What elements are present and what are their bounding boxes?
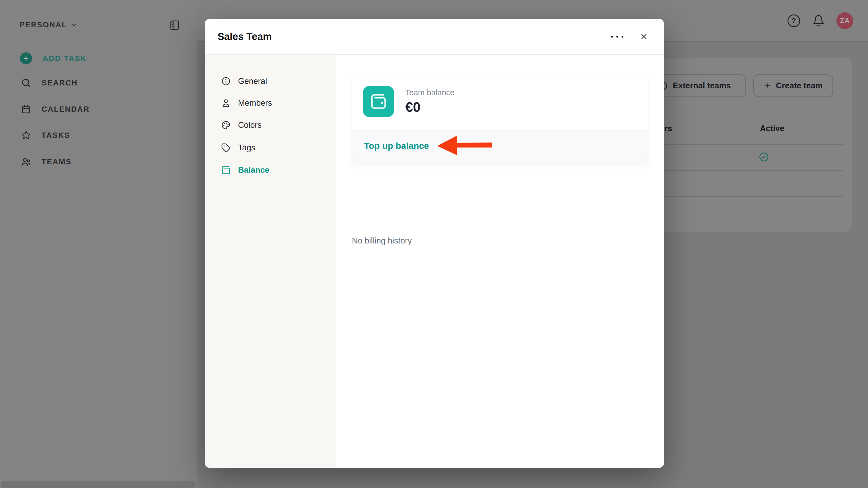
help-button[interactable]: ? — [787, 14, 801, 28]
external-teams-label: External teams — [673, 81, 731, 91]
wallet-icon — [221, 165, 231, 175]
users-icon — [21, 157, 31, 167]
annotation-arrow — [434, 133, 495, 159]
workspace-switcher[interactable]: PERSONAL — [20, 21, 78, 29]
panel-left-icon — [169, 20, 180, 31]
balance-card-footer: Top up balance — [352, 129, 648, 162]
members-column-header-clipped: rs — [664, 124, 672, 133]
tab-label: Colors — [238, 121, 262, 130]
tab-label: Members — [238, 98, 272, 108]
create-team-label: Create team — [776, 81, 823, 91]
team-active-check-icon — [758, 152, 769, 162]
more-options-button[interactable] — [610, 31, 624, 42]
tab-label: Balance — [238, 165, 269, 175]
balance-panel: Team balance €0 Top up balance No billin… — [336, 55, 664, 468]
close-modal-button[interactable] — [638, 31, 650, 42]
app-screen: ? ZA PERSONAL — [0, 0, 868, 488]
team-balance-card: Team balance €0 Top up balance — [352, 74, 648, 162]
palette-icon — [221, 121, 231, 130]
help-icon: ? — [787, 14, 800, 27]
top-up-balance-link[interactable]: Top up balance — [364, 141, 429, 151]
modal-settings-nav: General Members Colors — [205, 55, 336, 468]
sidebar-item-label: SEARCH — [41, 78, 78, 87]
wallet-tile — [363, 86, 394, 117]
sidebar-item-calendar[interactable]: CALENDAR — [21, 104, 90, 114]
sidebar-item-label: TEAMS — [41, 158, 71, 166]
balance-amount: €0 — [405, 99, 455, 115]
tab-members[interactable]: Members — [221, 95, 272, 111]
sidebar-item-label: ADD TASK — [42, 54, 87, 63]
tab-colors[interactable]: Colors — [221, 118, 262, 133]
info-icon — [221, 76, 231, 86]
chevron-down-icon — [71, 22, 78, 28]
tag-icon — [221, 143, 231, 153]
star-icon — [21, 130, 31, 140]
user-icon — [221, 98, 231, 108]
sidebar-scrollbar[interactable] — [1, 481, 196, 488]
tab-tags[interactable]: Tags — [221, 140, 255, 155]
avatar-initials: ZA — [840, 17, 850, 25]
sidebar-item-add-task[interactable]: ADD TASK — [21, 52, 87, 64]
team-settings-modal: Sales Team General Members — [205, 19, 664, 468]
collapse-sidebar-button[interactable] — [169, 20, 180, 31]
sidebar-item-search[interactable]: SEARCH — [21, 78, 78, 88]
tab-balance[interactable]: Balance — [221, 162, 269, 178]
modal-title: Sales Team — [218, 31, 272, 42]
workspace-label: PERSONAL — [20, 21, 67, 29]
ellipsis-icon — [611, 36, 613, 38]
sidebar-item-tasks[interactable]: TASKS — [21, 130, 70, 140]
search-icon — [21, 78, 31, 88]
wallet-icon — [370, 93, 387, 110]
close-icon — [640, 32, 648, 41]
active-column-header: Active — [760, 124, 784, 133]
billing-history-empty-text: No billing history — [352, 236, 412, 246]
create-team-button[interactable]: Create team — [753, 74, 833, 97]
table-divider — [647, 144, 843, 145]
calendar-icon — [21, 104, 31, 114]
notifications-button[interactable] — [812, 14, 826, 28]
sidebar: PERSONAL ADD TASK SEARCH — [0, 0, 197, 488]
balance-label: Team balance — [405, 88, 455, 97]
tab-label: Tags — [238, 143, 255, 153]
plus-circle-icon — [20, 52, 32, 64]
table-divider — [647, 170, 843, 171]
bell-icon — [812, 14, 825, 27]
table-divider — [647, 196, 843, 197]
tab-label: General — [238, 76, 267, 86]
plus-icon — [764, 82, 772, 90]
modal-header: Sales Team — [205, 19, 664, 55]
sidebar-item-label: CALENDAR — [41, 105, 90, 113]
external-teams-button[interactable]: External teams — [659, 74, 746, 97]
avatar[interactable]: ZA — [836, 12, 853, 29]
sidebar-item-teams[interactable]: TEAMS — [21, 157, 71, 167]
tab-general[interactable]: General — [221, 74, 267, 89]
sidebar-item-label: TASKS — [41, 131, 70, 140]
